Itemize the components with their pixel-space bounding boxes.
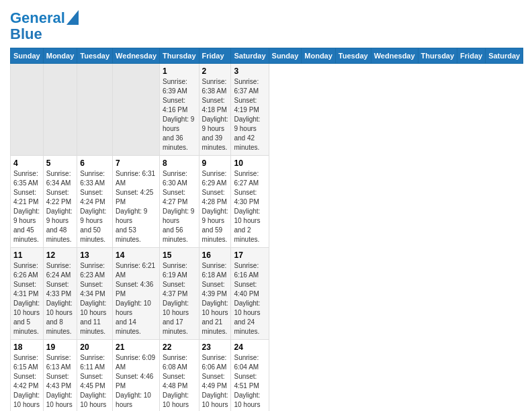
day-number: 18 [13, 342, 40, 352]
logo: General Blue [10, 10, 79, 42]
calendar-cell [113, 64, 160, 156]
day-number: 6 [80, 158, 109, 168]
day-of-week-header: Monday [302, 48, 336, 64]
day-number: 10 [234, 158, 265, 168]
day-number: 3 [234, 66, 265, 76]
day-number: 11 [13, 250, 40, 260]
day-of-week-header: Sunday [269, 48, 302, 64]
day-info: Sunrise: 6:18 AMSunset: 4:39 PMDaylight:… [202, 261, 228, 336]
day-of-week-header: Saturday [231, 48, 269, 64]
calendar-cell: 22Sunrise: 6:08 AMSunset: 4:48 PMDayligh… [160, 340, 200, 411]
day-info: Sunrise: 6:23 AMSunset: 4:34 PMDaylight:… [80, 261, 109, 336]
calendar-cell: 4Sunrise: 6:35 AMSunset: 4:21 PMDaylight… [11, 156, 44, 248]
day-number: 4 [13, 158, 40, 168]
day-info: Sunrise: 6:04 AMSunset: 4:51 PMDaylight:… [234, 353, 265, 411]
day-info: Sunrise: 6:21 AMSunset: 4:36 PMDaylight:… [116, 261, 157, 336]
day-of-week-header: Monday [43, 48, 77, 64]
logo-triangle-icon [66, 10, 79, 25]
day-info: Sunrise: 6:16 AMSunset: 4:40 PMDaylight:… [234, 261, 265, 336]
day-number: 9 [202, 158, 228, 168]
day-info: Sunrise: 6:30 AMSunset: 4:27 PMDaylight:… [163, 169, 196, 244]
day-info: Sunrise: 6:11 AMSunset: 4:45 PMDaylight:… [80, 353, 109, 411]
day-info: Sunrise: 6:29 AMSunset: 4:28 PMDaylight:… [202, 169, 228, 244]
day-info: Sunrise: 6:35 AMSunset: 4:21 PMDaylight:… [13, 169, 40, 244]
day-info: Sunrise: 6:38 AMSunset: 4:18 PMDaylight:… [202, 77, 228, 152]
calendar-cell: 11Sunrise: 6:26 AMSunset: 4:31 PMDayligh… [11, 248, 44, 340]
calendar-cell: 19Sunrise: 6:13 AMSunset: 4:43 PMDayligh… [43, 340, 77, 411]
day-info: Sunrise: 6:24 AMSunset: 4:33 PMDaylight:… [46, 261, 75, 336]
calendar-cell: 2Sunrise: 6:38 AMSunset: 4:18 PMDaylight… [199, 64, 231, 156]
day-info: Sunrise: 6:08 AMSunset: 4:48 PMDaylight:… [163, 353, 196, 411]
day-number: 19 [46, 342, 75, 352]
calendar-cell: 13Sunrise: 6:23 AMSunset: 4:34 PMDayligh… [77, 248, 113, 340]
calendar-week-row: 1Sunrise: 6:39 AMSunset: 4:16 PMDaylight… [11, 64, 523, 156]
day-number: 12 [46, 250, 75, 260]
calendar-header-row: SundayMondayTuesdayWednesdayThursdayFrid… [11, 48, 523, 64]
day-info: Sunrise: 6:15 AMSunset: 4:42 PMDaylight:… [13, 353, 40, 411]
calendar-cell [43, 64, 77, 156]
calendar-week-row: 11Sunrise: 6:26 AMSunset: 4:31 PMDayligh… [11, 248, 523, 340]
calendar-cell [11, 64, 44, 156]
calendar-cell: 17Sunrise: 6:16 AMSunset: 4:40 PMDayligh… [231, 248, 269, 340]
calendar-cell: 5Sunrise: 6:34 AMSunset: 4:22 PMDaylight… [43, 156, 77, 248]
calendar-cell: 3Sunrise: 6:37 AMSunset: 4:19 PMDaylight… [231, 64, 269, 156]
day-number: 16 [202, 250, 228, 260]
day-number: 7 [116, 158, 157, 168]
day-info: Sunrise: 6:34 AMSunset: 4:22 PMDaylight:… [46, 169, 75, 244]
logo-text: General [10, 10, 65, 26]
day-info: Sunrise: 6:39 AMSunset: 4:16 PMDaylight:… [163, 77, 196, 152]
calendar-cell: 21Sunrise: 6:09 AMSunset: 4:46 PMDayligh… [113, 340, 160, 411]
day-info: Sunrise: 6:37 AMSunset: 4:19 PMDaylight:… [234, 77, 265, 152]
day-number: 20 [80, 342, 109, 352]
calendar-cell: 15Sunrise: 6:19 AMSunset: 4:37 PMDayligh… [160, 248, 200, 340]
calendar-cell: 14Sunrise: 6:21 AMSunset: 4:36 PMDayligh… [113, 248, 160, 340]
calendar-cell: 10Sunrise: 6:27 AMSunset: 4:30 PMDayligh… [231, 156, 269, 248]
day-info: Sunrise: 6:31 AMSunset: 4:25 PMDaylight:… [116, 169, 157, 244]
calendar-cell [77, 64, 113, 156]
day-info: Sunrise: 6:33 AMSunset: 4:24 PMDaylight:… [80, 169, 109, 244]
day-of-week-header: Saturday [486, 48, 523, 64]
svg-marker-0 [66, 10, 79, 25]
day-of-week-header: Sunday [11, 48, 44, 64]
day-of-week-header: Tuesday [335, 48, 371, 64]
calendar-cell: 7Sunrise: 6:31 AMSunset: 4:25 PMDaylight… [113, 156, 160, 248]
day-info: Sunrise: 6:09 AMSunset: 4:46 PMDaylight:… [116, 353, 157, 411]
day-number: 8 [163, 158, 196, 168]
day-of-week-header: Thursday [160, 48, 200, 64]
day-number: 17 [234, 250, 265, 260]
day-of-week-header: Wednesday [113, 48, 160, 64]
day-number: 5 [46, 158, 75, 168]
day-number: 2 [202, 66, 228, 76]
calendar-cell: 24Sunrise: 6:04 AMSunset: 4:51 PMDayligh… [231, 340, 269, 411]
page-header: General Blue [10, 7, 522, 42]
calendar-cell: 8Sunrise: 6:30 AMSunset: 4:27 PMDaylight… [160, 156, 200, 248]
day-of-week-header: Wednesday [371, 48, 418, 64]
calendar-cell: 9Sunrise: 6:29 AMSunset: 4:28 PMDaylight… [199, 156, 231, 248]
day-of-week-header: Friday [457, 48, 486, 64]
day-number: 1 [163, 66, 196, 76]
day-info: Sunrise: 6:06 AMSunset: 4:49 PMDaylight:… [202, 353, 228, 411]
calendar-cell: 1Sunrise: 6:39 AMSunset: 4:16 PMDaylight… [160, 64, 200, 156]
day-number: 24 [234, 342, 265, 352]
day-number: 14 [116, 250, 157, 260]
day-info: Sunrise: 6:27 AMSunset: 4:30 PMDaylight:… [234, 169, 265, 244]
day-info: Sunrise: 6:13 AMSunset: 4:43 PMDaylight:… [46, 353, 75, 411]
day-number: 15 [163, 250, 196, 260]
day-info: Sunrise: 6:19 AMSunset: 4:37 PMDaylight:… [163, 261, 196, 336]
calendar-week-row: 4Sunrise: 6:35 AMSunset: 4:21 PMDaylight… [11, 156, 523, 248]
calendar-cell: 16Sunrise: 6:18 AMSunset: 4:39 PMDayligh… [199, 248, 231, 340]
calendar-week-row: 18Sunrise: 6:15 AMSunset: 4:42 PMDayligh… [11, 340, 523, 411]
day-number: 22 [163, 342, 196, 352]
calendar-cell: 12Sunrise: 6:24 AMSunset: 4:33 PMDayligh… [43, 248, 77, 340]
day-of-week-header: Thursday [418, 48, 457, 64]
day-of-week-header: Tuesday [77, 48, 113, 64]
calendar-cell: 6Sunrise: 6:33 AMSunset: 4:24 PMDaylight… [77, 156, 113, 248]
calendar-cell: 23Sunrise: 6:06 AMSunset: 4:49 PMDayligh… [199, 340, 231, 411]
calendar-table: SundayMondayTuesdayWednesdayThursdayFrid… [10, 48, 523, 411]
day-number: 13 [80, 250, 109, 260]
logo-blue-text: Blue [10, 26, 42, 42]
calendar-cell: 20Sunrise: 6:11 AMSunset: 4:45 PMDayligh… [77, 340, 113, 411]
day-of-week-header: Friday [199, 48, 231, 64]
calendar-cell: 18Sunrise: 6:15 AMSunset: 4:42 PMDayligh… [11, 340, 44, 411]
day-number: 23 [202, 342, 228, 352]
